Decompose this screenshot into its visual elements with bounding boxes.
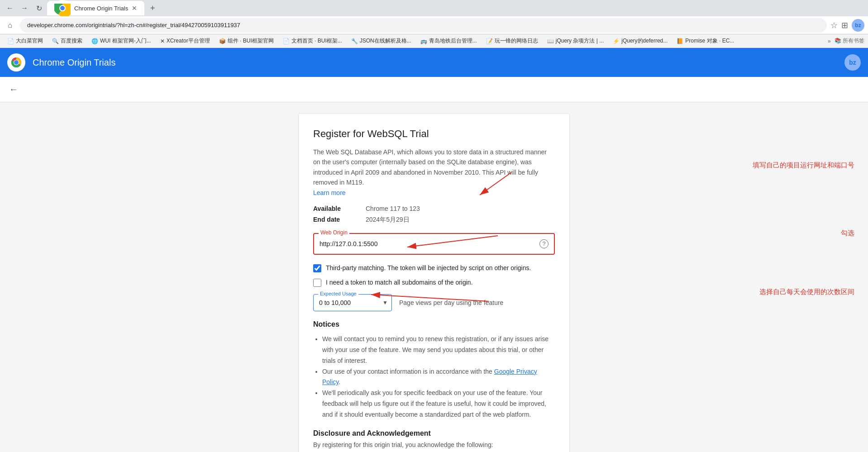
annotation-check-text: 勾选: [841, 229, 854, 237]
form-container: Register for WebSQL Trial The Web SQL Da…: [298, 113, 570, 452]
more-bookmarks-btn[interactable]: »: [828, 38, 831, 44]
app-header: Chrome Origin Trials bz: [0, 48, 868, 77]
bookmark-item[interactable]: 🌐 WUI 框架官网-入门...: [88, 36, 155, 46]
chrome-logo-icon: [8, 54, 24, 71]
web-origin-input[interactable]: [320, 240, 539, 247]
svg-point-7: [14, 60, 19, 65]
third-party-checkbox-row: Third-party matching. The token will be …: [313, 264, 555, 273]
subdomain-checkbox-row: I need a token to match all subdomains o…: [313, 278, 555, 287]
annotation-select-usage: 选择自己每天会使用的次数区间: [759, 288, 854, 296]
web-origin-field: Web Origin ?: [313, 233, 555, 255]
web-origin-floating-label: Web Origin: [319, 229, 349, 236]
active-tab[interactable]: Chrome Origin Trials ✕: [47, 1, 144, 15]
web-origin-input-wrapper: ?: [313, 233, 555, 255]
forward-browser-btn[interactable]: →: [18, 2, 31, 14]
notices-title: Notices: [313, 320, 555, 328]
address-bar-row: ⌂ ☆ ⊞ bz: [0, 16, 868, 34]
bookmark-item[interactable]: 🔍 百度搜索: [48, 36, 86, 46]
web-origin-help-icon[interactable]: ?: [539, 239, 548, 248]
app-logo: [7, 53, 25, 71]
notice-item: We will contact you to remind you to ren…: [322, 334, 555, 366]
extensions-icon[interactable]: ⊞: [841, 20, 848, 30]
notices-list: We will contact you to remind you to ren…: [313, 334, 555, 420]
bookmark-item[interactable]: 📦 组件 · BUI框架官网: [215, 36, 277, 46]
end-date-value: 2024年5月29日: [366, 216, 410, 224]
disclosure-title: Disclosure and Acknowledgement: [313, 429, 555, 438]
annotation-fill-url-text: 填写自己的项目运行网址和端口号: [753, 161, 854, 170]
subdomain-checkbox[interactable]: [313, 279, 321, 287]
bookmark-item[interactable]: ⚡ jQuery的deferred...: [609, 36, 671, 46]
app-title: Chrome Origin Trials: [33, 57, 115, 68]
bookmark-item[interactable]: 🔧 JSON在线解析及格...: [348, 36, 415, 46]
form-description: The Web SQL Database API, which allows y…: [313, 147, 555, 198]
address-input[interactable]: [20, 18, 827, 33]
notice-item: We'll periodically ask you for specific …: [322, 388, 555, 420]
browser-chrome: ← → ↻ Chrome Origin Trials ✕ + ⌂ ☆ ⊞ bz: [0, 0, 868, 48]
bookmarks-bar: 📄 大白菜官网 🔍 百度搜索 🌐 WUI 框架官网-入门... ✕ XCreat…: [0, 34, 868, 48]
annotation-fill-url: 填写自己的项目运行网址和端口号: [753, 161, 854, 170]
reading-list-btn[interactable]: 📚 所有书签: [835, 37, 864, 45]
available-value: Chrome 117 to 123: [366, 205, 420, 212]
usage-description: Page views per day using the feature: [399, 299, 503, 306]
available-row: Available Chrome 117 to 123: [313, 205, 555, 212]
bookmark-item[interactable]: 📄 文档首页 · BUI框架...: [279, 36, 346, 46]
learn-more-link[interactable]: Learn more: [313, 189, 346, 196]
chrome-favicon: [54, 0, 71, 16]
third-party-checkbox[interactable]: [313, 264, 321, 272]
home-btn[interactable]: ⌂: [4, 19, 16, 32]
expected-usage-floating-label: Expected Usage: [318, 291, 358, 296]
notice-item: Our use of your contact information is i…: [322, 366, 555, 388]
nav-back: ←: [0, 77, 868, 102]
bookmark-item[interactable]: 🚌 青岛地铁后台管理...: [417, 36, 481, 46]
third-party-checkbox-label: Third-party matching. The token will be …: [326, 264, 531, 273]
info-table: Available Chrome 117 to 123 End date 202…: [313, 205, 555, 224]
expected-usage-wrapper: Expected Usage 0 to 10,000 10,000 to 1,0…: [313, 294, 392, 311]
bookmark-item[interactable]: ✕ XCreator平台管理: [157, 36, 214, 46]
tab-bar: ← → ↻ Chrome Origin Trials ✕ +: [0, 0, 868, 16]
profile-avatar[interactable]: bz: [852, 19, 864, 32]
bookmark-item[interactable]: 📙 Promise 对象 · EC...: [673, 36, 738, 46]
annotation-select-usage-text: 选择自己每天会使用的次数区间: [759, 288, 854, 295]
subdomain-checkbox-label: I need a token to match all subdomains o…: [326, 278, 473, 287]
annotation-check: 勾选: [841, 229, 854, 238]
bookmark-item[interactable]: 📝 玩一锋的网络日志: [482, 36, 542, 46]
back-browser-btn[interactable]: ←: [4, 2, 16, 14]
svg-point-3: [60, 6, 65, 10]
bookmark-item[interactable]: 📄 大白菜官网: [4, 36, 47, 46]
end-date-row: End date 2024年5月29日: [313, 216, 555, 224]
form-title: Register for WebSQL Trial: [313, 128, 555, 140]
back-page-btn[interactable]: ←: [7, 82, 20, 96]
bookmark-item[interactable]: 📖 jQuery 杂项方法 | ...: [544, 36, 607, 46]
expected-usage-select[interactable]: 0 to 10,000 10,000 to 1,000,000 More tha…: [314, 295, 391, 311]
user-avatar[interactable]: bz: [844, 54, 861, 71]
expected-usage-row: Expected Usage 0 to 10,000 10,000 to 1,0…: [313, 294, 555, 311]
disclosure-text: By registering for this origin trial, yo…: [313, 441, 555, 448]
tab-close-icon[interactable]: ✕: [132, 5, 137, 12]
bookmark-icon[interactable]: ☆: [830, 20, 838, 30]
new-tab-btn[interactable]: +: [146, 2, 159, 14]
tab-title: Chrome Origin Trials: [74, 5, 128, 12]
main-content-area: Register for WebSQL Trial The Web SQL Da…: [0, 102, 868, 452]
reload-btn[interactable]: ↻: [33, 2, 45, 14]
privacy-policy-link[interactable]: Google Privacy Policy: [322, 368, 537, 386]
available-label: Available: [313, 205, 358, 212]
end-date-label: End date: [313, 216, 358, 224]
